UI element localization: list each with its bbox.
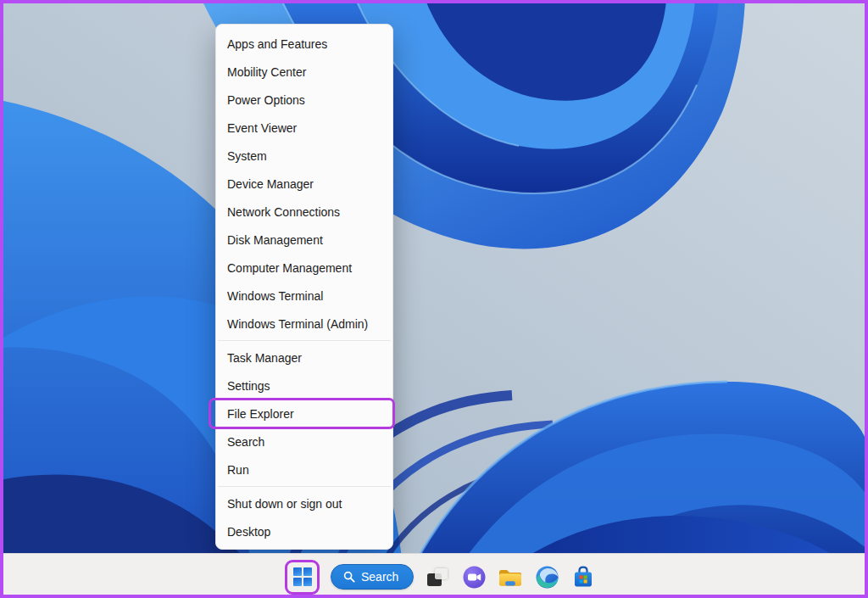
menu-item-label: Network Connections xyxy=(227,205,340,219)
menu-item-shut-down-or-sign-out[interactable]: Shut down or sign out xyxy=(216,489,392,517)
menu-item-power-options[interactable]: Power Options xyxy=(216,86,392,114)
winx-context-menu: Apps and Features Mobility Center Power … xyxy=(215,24,393,550)
menu-item-label: Windows Terminal (Admin) xyxy=(227,317,368,331)
microsoft-store-icon xyxy=(572,566,594,588)
menu-item-label: Mobility Center xyxy=(227,65,306,79)
menu-item-label: Event Viewer xyxy=(227,121,297,135)
menu-item-label: Search xyxy=(227,435,264,449)
menu-item-label: Settings xyxy=(227,379,270,393)
menu-item-label: File Explorer xyxy=(227,407,294,421)
menu-item-label: Computer Management xyxy=(227,261,352,275)
menu-item-label: Power Options xyxy=(227,93,305,107)
menu-item-network-connections[interactable]: Network Connections xyxy=(216,198,392,226)
windows-logo-icon xyxy=(293,567,312,586)
menu-item-mobility-center[interactable]: Mobility Center xyxy=(216,58,392,86)
menu-item-windows-terminal[interactable]: Windows Terminal xyxy=(216,282,392,310)
edge-icon xyxy=(536,566,559,589)
chat-icon xyxy=(463,566,486,589)
menu-item-settings[interactable]: Settings xyxy=(216,372,392,400)
chat-button[interactable] xyxy=(461,559,487,595)
taskbar-search-button[interactable]: Search xyxy=(331,564,414,590)
task-view-icon xyxy=(427,568,448,586)
menu-item-label: Desktop xyxy=(227,525,270,539)
menu-item-disk-management[interactable]: Disk Management xyxy=(216,226,392,254)
menu-item-label: Device Manager xyxy=(227,177,314,191)
taskbar: Search xyxy=(0,553,868,598)
menu-item-label: Run xyxy=(227,463,249,477)
menu-item-event-viewer[interactable]: Event Viewer xyxy=(216,114,392,142)
menu-item-apps-and-features[interactable]: Apps and Features xyxy=(216,30,392,58)
menu-item-desktop[interactable]: Desktop xyxy=(216,517,392,545)
menu-item-run[interactable]: Run xyxy=(216,455,392,483)
menu-item-computer-management[interactable]: Computer Management xyxy=(216,254,392,282)
task-view-button[interactable] xyxy=(425,559,450,595)
taskbar-center-group: Search xyxy=(285,558,596,595)
menu-item-label: Apps and Features xyxy=(227,37,327,51)
menu-item-label: Windows Terminal xyxy=(227,289,323,303)
start-button[interactable] xyxy=(293,567,312,586)
file-explorer-button[interactable] xyxy=(498,559,523,595)
menu-item-file-explorer[interactable]: File Explorer xyxy=(216,400,392,428)
search-icon xyxy=(343,571,355,583)
menu-separator xyxy=(218,486,391,487)
menu-item-label: Disk Management xyxy=(227,233,323,247)
menu-item-device-manager[interactable]: Device Manager xyxy=(216,170,392,198)
edge-button[interactable] xyxy=(534,559,559,595)
menu-item-label: Task Manager xyxy=(227,351,302,365)
menu-item-label: System xyxy=(227,149,267,163)
menu-item-windows-terminal-admin[interactable]: Windows Terminal (Admin) xyxy=(216,310,392,338)
taskbar-search-label: Search xyxy=(361,570,398,584)
file-explorer-icon xyxy=(498,567,522,587)
start-button-highlight-ring xyxy=(285,560,320,595)
menu-item-system[interactable]: System xyxy=(216,142,392,170)
menu-separator xyxy=(218,340,391,341)
windows-11-bloom-wallpaper xyxy=(0,0,868,598)
menu-item-search[interactable]: Search xyxy=(216,428,392,455)
desktop: Apps and Features Mobility Center Power … xyxy=(0,0,868,598)
menu-item-label: Shut down or sign out xyxy=(227,497,342,511)
microsoft-store-button[interactable] xyxy=(570,559,596,595)
menu-item-task-manager[interactable]: Task Manager xyxy=(216,344,392,372)
